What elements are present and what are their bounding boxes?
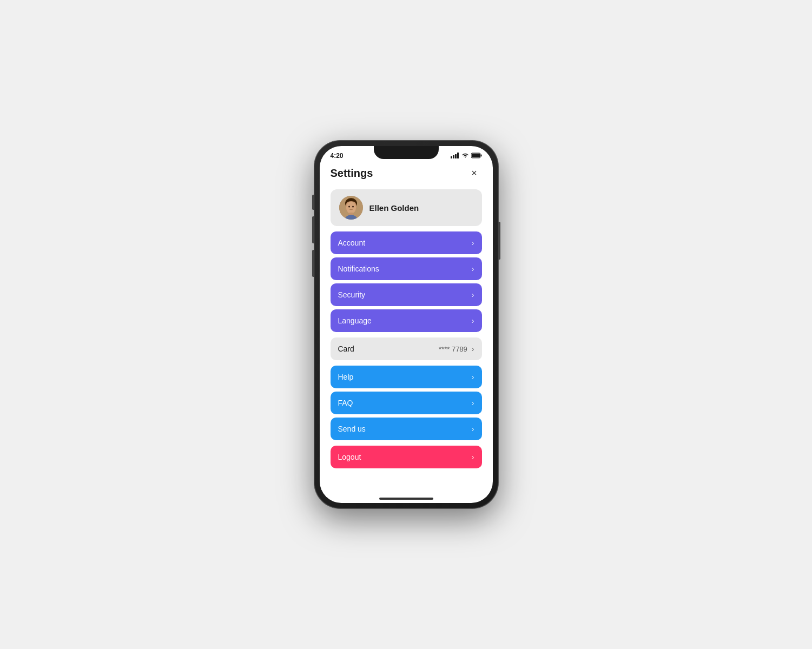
svg-rect-0	[451, 156, 452, 158]
security-menu-item[interactable]: Security ›	[331, 283, 482, 306]
security-label: Security	[338, 290, 366, 299]
account-label: Account	[338, 239, 366, 247]
status-time: 4:20	[331, 152, 344, 160]
card-menu-item[interactable]: Card **** 7789 ›	[331, 337, 482, 360]
faq-menu-item[interactable]: FAQ ›	[331, 392, 482, 414]
phone-frame: 4:20	[314, 141, 498, 508]
logout-menu-item[interactable]: Logout ›	[331, 446, 482, 468]
help-chevron: ›	[472, 373, 474, 381]
svg-point-12	[352, 206, 354, 208]
svg-rect-1	[453, 155, 454, 158]
notch	[374, 146, 439, 159]
wifi-icon	[461, 153, 469, 160]
profile-card[interactable]: Ellen Golden	[331, 189, 482, 226]
security-chevron: ›	[472, 290, 474, 299]
card-chevron: ›	[472, 345, 474, 353]
logout-label: Logout	[338, 453, 361, 461]
signal-icon	[451, 153, 459, 160]
avatar	[339, 196, 363, 220]
card-right: **** 7789 ›	[439, 345, 474, 353]
language-menu-item[interactable]: Language ›	[331, 309, 482, 332]
power-button[interactable]	[498, 222, 500, 260]
volume-mute-button[interactable]	[312, 195, 314, 210]
sendus-chevron: ›	[472, 425, 474, 433]
phone-screen: 4:20	[320, 146, 493, 503]
help-menu-item[interactable]: Help ›	[331, 366, 482, 388]
language-chevron: ›	[472, 316, 474, 325]
notifications-label: Notifications	[338, 264, 379, 273]
sendus-label: Send us	[338, 425, 366, 433]
notifications-menu-item[interactable]: Notifications ›	[331, 257, 482, 280]
logout-chevron: ›	[472, 453, 474, 461]
screen-content: Settings ×	[320, 163, 493, 503]
volume-down-button[interactable]	[312, 250, 314, 277]
status-icons	[451, 153, 482, 160]
support-menu-blue: Help › FAQ › Send us ›	[331, 366, 482, 440]
svg-rect-6	[472, 154, 480, 157]
faq-chevron: ›	[472, 399, 474, 407]
settings-menu-purple: Account › Notifications › Security › Lan…	[331, 231, 482, 332]
svg-point-11	[348, 206, 350, 208]
card-label: Card	[338, 345, 354, 353]
settings-header: Settings ×	[331, 163, 482, 181]
help-label: Help	[338, 373, 354, 381]
sendus-menu-item[interactable]: Send us ›	[331, 418, 482, 440]
account-chevron: ›	[472, 239, 474, 247]
faq-label: FAQ	[338, 399, 353, 407]
battery-icon	[471, 153, 482, 160]
svg-rect-5	[480, 154, 481, 156]
volume-up-button[interactable]	[312, 216, 314, 243]
language-label: Language	[338, 316, 372, 325]
svg-rect-2	[455, 154, 457, 158]
page-title: Settings	[331, 167, 373, 180]
notifications-chevron: ›	[472, 264, 474, 273]
svg-point-10	[346, 202, 356, 214]
home-indicator	[379, 498, 433, 500]
account-menu-item[interactable]: Account ›	[331, 231, 482, 254]
profile-name: Ellen Golden	[369, 203, 419, 213]
svg-rect-3	[457, 153, 459, 158]
card-number: **** 7789	[439, 345, 467, 353]
close-button[interactable]: ×	[467, 165, 482, 181]
